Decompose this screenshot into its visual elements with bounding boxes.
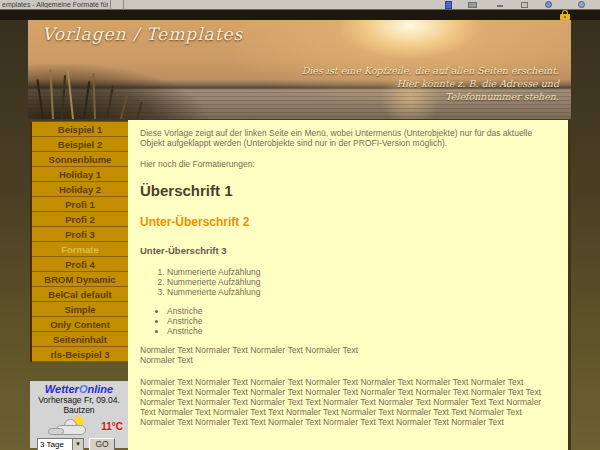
- numbered-list-item: Nummerierte Aufzählung: [167, 277, 556, 287]
- sidebar-item-belcal-default[interactable]: BelCal default: [32, 287, 128, 302]
- bullet-list: Anstriche Anstriche Anstriche: [167, 306, 556, 336]
- restore-window-icon[interactable]: [521, 2, 528, 8]
- intro-paragraph: Diese Vorlage zeigt auf der linken Seite…: [140, 128, 556, 148]
- normal-text-long: Normaler Text Normaler Text Normaler Tex…: [140, 377, 556, 427]
- sidebar-item-only-content[interactable]: Only Content: [32, 317, 128, 332]
- sidebar-item-rls-beispiel-3[interactable]: rls-Beispiel 3: [32, 347, 128, 362]
- sidebar-item-brom-dynamic[interactable]: BROM Dynamic: [32, 272, 128, 287]
- numbered-list-item: Nummerierte Aufzählung: [167, 287, 556, 297]
- tab-separator: [123, 0, 124, 10]
- weather-go-button[interactable]: GO: [89, 438, 115, 450]
- main-content: Diese Vorlage zeigt auf der linken Seite…: [128, 120, 571, 450]
- numbered-list-item: Nummerierte Aufzählung: [167, 267, 556, 277]
- browser-page-icon[interactable]: [445, 1, 452, 9]
- numbered-list: Nummerierte Aufzählung Nummerierte Aufzä…: [167, 267, 556, 297]
- dune-grass-graphic: [28, 64, 208, 119]
- sidebar-item-seiteninhalt[interactable]: Seiteninhalt: [32, 332, 128, 347]
- browser-window: emplates - Allgemeine Formate für Texte …: [0, 0, 600, 450]
- bullet-list-item: Anstriche: [167, 306, 556, 316]
- heading-2: Unter-Überschrift 2: [140, 216, 556, 229]
- sidebar-item-formate[interactable]: Formate: [32, 242, 128, 257]
- minimize-icon[interactable]: [497, 5, 503, 7]
- forecast-range-select[interactable]: 3 Tage ▼: [37, 438, 84, 450]
- wetteronline-logo[interactable]: WetterOnline: [30, 383, 128, 395]
- sidebar-item-profi-4[interactable]: Profi 4: [32, 257, 128, 272]
- formats-intro: Hier noch die Formatierungen:: [140, 159, 556, 169]
- site-title: Vorlagen / Templates: [42, 24, 243, 44]
- lock-icon: [560, 10, 571, 20]
- header-banner-image: Vorlagen / Templates Dies ist eine Kopfz…: [28, 20, 571, 119]
- sidebar-item-beispiel-2[interactable]: Beispiel 2: [32, 137, 128, 152]
- tab-separator: [110, 0, 111, 10]
- cloud-icon: [48, 428, 64, 435]
- statusbar-strip: [0, 10, 600, 20]
- bullet-list-item: Anstriche: [167, 316, 556, 326]
- browser-toolbar: emplates - Allgemeine Formate für Texte …: [0, 0, 600, 10]
- header-tagline: Dies ist eine Kopfzeile, die auf allen S…: [302, 64, 559, 103]
- sidebar-item-holiday-2[interactable]: Holiday 2: [32, 182, 128, 197]
- sidebar-item-simple[interactable]: Simple: [32, 302, 128, 317]
- chevron-down-icon[interactable]: ▼: [72, 439, 83, 450]
- browser-globe-icon[interactable]: [578, 1, 585, 8]
- browser-tab-title[interactable]: emplates - Allgemeine Formate für Texte …: [2, 1, 108, 8]
- heading-3: Unter-Überschrift 3: [140, 245, 556, 256]
- normal-text-short: Normaler Text Normaler Text Normaler Tex…: [140, 345, 556, 365]
- temperature-value: 11°C: [101, 421, 123, 432]
- weather-forecast-date: Vorhersage Fr, 09.04.: [30, 395, 128, 405]
- sidebar-item-beispiel-1[interactable]: Beispiel 1: [32, 122, 128, 137]
- sidebar-item-profi-3[interactable]: Profi 3: [32, 227, 128, 242]
- weather-widget: WetterOnline Vorhersage Fr, 09.04. Bautz…: [30, 381, 128, 448]
- weather-city: Bautzen: [30, 405, 128, 415]
- sidebar-item-sonnenblume[interactable]: Sonnenblume: [32, 152, 128, 167]
- bullet-list-item: Anstriche: [167, 326, 556, 336]
- sidebar-item-profi-1[interactable]: Profi 1: [32, 197, 128, 212]
- sidebar-menu: Beispiel 1 Beispiel 2 Sonnenblume Holida…: [30, 121, 128, 362]
- forecast-range-value: 3 Tage: [38, 439, 72, 450]
- browser-globe-icon[interactable]: [545, 1, 552, 8]
- heading-1: Überschrift 1: [140, 183, 556, 199]
- page-background: Vorlagen / Templates Dies ist eine Kopfz…: [0, 20, 600, 450]
- sidebar-item-holiday-1[interactable]: Holiday 1: [32, 167, 128, 182]
- sidebar-item-profi-2[interactable]: Profi 2: [32, 212, 128, 227]
- print-icon[interactable]: [468, 2, 477, 8]
